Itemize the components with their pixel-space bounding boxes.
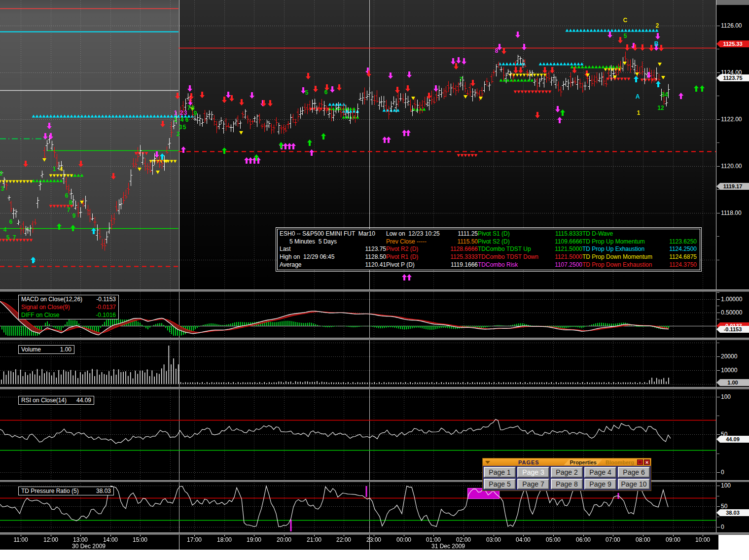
axis-minor-tick bbox=[717, 292, 719, 293]
time-label: 07:00 bbox=[606, 536, 620, 543]
page-button-page-6[interactable]: Page 6 bbox=[618, 467, 650, 478]
page-button-page-3[interactable]: Page 3 bbox=[517, 467, 549, 478]
time-label: 22:00 bbox=[336, 536, 351, 543]
info-value: 1120.41 bbox=[361, 261, 386, 269]
axis-minor-tick bbox=[717, 416, 719, 416]
indicator-value: -0.0137 bbox=[96, 303, 116, 311]
axis-tick-label: 0.50000 bbox=[717, 310, 742, 315]
price-axis-gutter[interactable]: 1126.001124.001122.001120.001118.001125.… bbox=[716, 0, 749, 535]
pages-window-titlebar[interactable]: PAGES Properties Bloomberg ✕ bbox=[483, 458, 651, 466]
axis-tick-label: 1118.00 bbox=[717, 210, 742, 216]
info-value: 1124.3750 bbox=[664, 261, 697, 269]
dropdown-arrow-icon[interactable] bbox=[485, 461, 490, 464]
page-button-page-2[interactable]: Page 2 bbox=[551, 467, 583, 478]
time-label: 03:00 bbox=[486, 536, 501, 543]
axis-value-badge: 1.00 bbox=[716, 379, 749, 386]
info-value bbox=[361, 230, 386, 238]
panel-separator[interactable] bbox=[0, 289, 749, 292]
info-value bbox=[361, 238, 386, 245]
time-label: 17:00 bbox=[187, 536, 202, 543]
maximize-icon[interactable] bbox=[637, 459, 643, 465]
info-label: Low on 12/23 10:25 bbox=[386, 230, 445, 238]
panel-separator[interactable] bbox=[0, 338, 749, 340]
info-label: TDCombo TDST Up bbox=[478, 245, 546, 253]
tab-properties[interactable]: Properties bbox=[564, 459, 603, 465]
axis-tick-label: 1.00000 bbox=[717, 296, 742, 302]
time-label: 23:00 bbox=[366, 536, 381, 543]
axis-minor-tick bbox=[717, 189, 719, 190]
info-label: TD Prop Down Momentum bbox=[582, 253, 664, 261]
close-icon[interactable]: ✕ bbox=[644, 459, 650, 465]
time-label: 02:00 bbox=[456, 536, 471, 543]
indicator-value: 38.03 bbox=[96, 487, 111, 495]
info-value: 1128.50 bbox=[361, 253, 386, 261]
time-label: 20:00 bbox=[277, 536, 291, 543]
page-button-page-9[interactable]: Page 9 bbox=[584, 479, 616, 490]
time-label: 18:00 bbox=[217, 536, 232, 543]
indicator-name: Signal on Close(9) bbox=[21, 303, 70, 311]
info-value: 1107.2500 bbox=[546, 261, 582, 269]
page-button-page-10[interactable]: Page 10 bbox=[618, 479, 650, 490]
info-label: TD Prop Down Exhaustion bbox=[582, 261, 664, 269]
info-label: High on 12/29 06:45 bbox=[280, 253, 361, 261]
session-separator bbox=[179, 535, 179, 550]
info-value: 1115.50 bbox=[445, 238, 478, 245]
info-value: 1123.6250 bbox=[664, 238, 697, 245]
axis-minor-tick bbox=[717, 96, 719, 96]
axis-minor-tick bbox=[717, 306, 719, 306]
axis-top-strip bbox=[716, 0, 749, 5]
info-value: 1109.6666 bbox=[546, 238, 582, 245]
time-label: 06:00 bbox=[576, 536, 591, 543]
time-axis[interactable]: 11:0012:0013:0014:0015:0017:0018:0019:00… bbox=[0, 535, 718, 550]
axis-tick-label: 100 bbox=[717, 394, 731, 400]
axis-value-badge: 1119.17 bbox=[716, 183, 749, 190]
page-button-page-5[interactable]: Page 5 bbox=[484, 479, 516, 490]
time-label: 10:00 bbox=[695, 536, 710, 543]
time-label: 08:00 bbox=[636, 536, 650, 543]
axis-tick-label: 1122.00 bbox=[717, 116, 742, 122]
indicator-value: -0.1016 bbox=[96, 311, 116, 319]
info-label: TD Prop Up Momentum bbox=[582, 238, 664, 245]
symbol-info-box: ESH0 -- S&P500 EMINI FUT Mar10Low on 12/… bbox=[277, 229, 700, 270]
info-value bbox=[664, 230, 697, 238]
info-label: Pivot R2 (D) bbox=[386, 245, 445, 253]
axis-minor-tick bbox=[717, 260, 719, 260]
axis-minor-tick bbox=[717, 319, 719, 319]
axis-tick-label: 20000 bbox=[717, 353, 737, 359]
time-label: 21:00 bbox=[307, 536, 321, 543]
page-button-page-4[interactable]: Page 4 bbox=[584, 467, 616, 478]
info-value: 1128.6666 bbox=[445, 245, 478, 253]
tab-bloomberg[interactable]: Bloomberg bbox=[606, 459, 634, 465]
info-label: TDCombo TDST Down bbox=[478, 253, 546, 261]
indicator-value: 1.00 bbox=[60, 346, 71, 353]
info-label: Pivot S2 (D) bbox=[478, 238, 546, 245]
page-button-page-7[interactable]: Page 7 bbox=[517, 479, 549, 490]
info-value: 1123.75 bbox=[361, 245, 386, 253]
info-label: TD D-Wave bbox=[582, 230, 664, 238]
info-value: 1121.5000 bbox=[546, 253, 582, 261]
info-label: Pivot S1 (D) bbox=[478, 230, 546, 238]
axis-value-badge: 1123.75 bbox=[716, 74, 749, 81]
page-button-page-8[interactable]: Page 8 bbox=[551, 479, 583, 490]
date-label: 30 Dec 2009 bbox=[72, 543, 106, 550]
time-label: 12:00 bbox=[43, 536, 58, 543]
panel-separator[interactable] bbox=[0, 387, 749, 389]
axis-tick-label: 0 bbox=[717, 524, 724, 530]
session-separator bbox=[369, 535, 370, 550]
axis-tick-label: 1126.00 bbox=[717, 23, 742, 29]
axis-tick-label: 10000 bbox=[717, 367, 737, 373]
page-button-page-1[interactable]: Page 1 bbox=[484, 467, 516, 478]
axis-minor-tick bbox=[717, 454, 719, 454]
time-label: 05:00 bbox=[546, 536, 561, 543]
window-bottom-strip bbox=[0, 550, 749, 560]
time-label: 19:00 bbox=[247, 536, 261, 543]
panel-separator[interactable] bbox=[0, 532, 749, 535]
info-label: Pivot R1 (D) bbox=[386, 253, 445, 261]
axis-minor-tick bbox=[717, 496, 719, 496]
pages-window[interactable]: PAGES Properties Bloomberg ✕ Page 1Page … bbox=[482, 458, 651, 491]
indicator-value: 44.09 bbox=[76, 396, 91, 404]
volume-label-box: Volume1.00 bbox=[18, 345, 74, 354]
indicator-name: MACD on Close(12,26) bbox=[21, 295, 82, 303]
axis-value-badge: 38.03 bbox=[716, 509, 749, 516]
info-value: 1119.1666 bbox=[445, 261, 478, 269]
